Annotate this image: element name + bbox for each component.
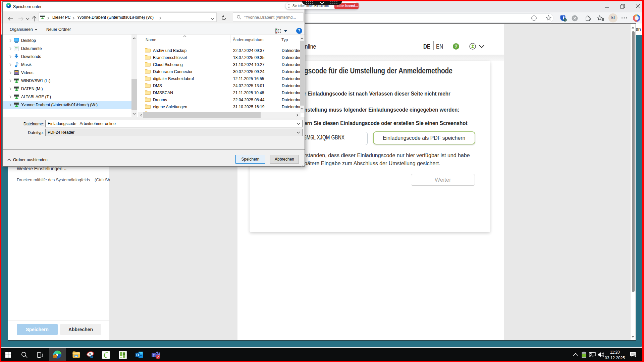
svg-text:O: O xyxy=(136,353,139,357)
svg-text:T: T xyxy=(153,353,155,357)
svg-text:2: 2 xyxy=(157,355,159,359)
svg-text:1: 1 xyxy=(564,19,566,22)
